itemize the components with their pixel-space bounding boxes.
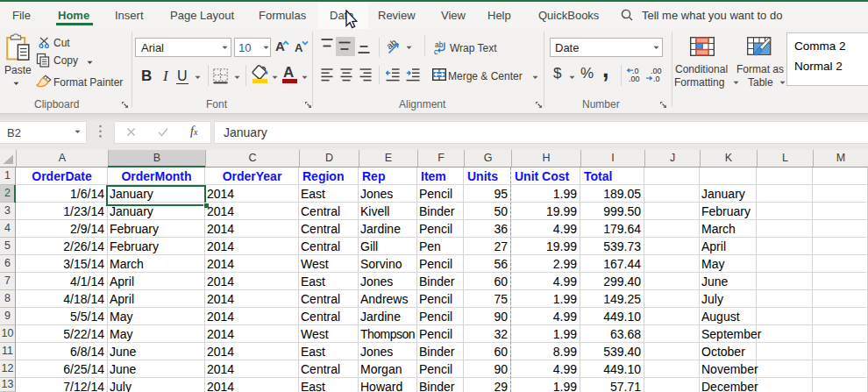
svg-text:.00: .00 [629,75,640,82]
svg-text:.0: .0 [653,75,660,82]
